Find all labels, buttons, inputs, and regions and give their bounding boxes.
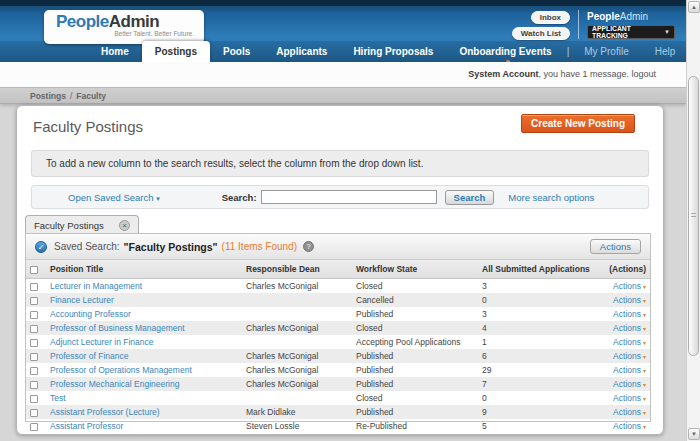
nav-item-help[interactable]: Help	[642, 41, 686, 62]
row-actions-link[interactable]: Actions▾	[613, 365, 646, 375]
breadcrumb-postings[interactable]: Postings	[30, 91, 66, 101]
posting-title-link[interactable]: Professor of Business Management	[50, 323, 185, 333]
posting-title-link[interactable]: Finance Lecturer	[50, 295, 114, 305]
apps-cell: 6	[478, 349, 594, 363]
app-header: PeopleAdmin Better Talent. Better Future…	[0, 0, 686, 62]
posting-title-link[interactable]: Adjunct Lecturer in Finance	[50, 337, 153, 347]
logout-link[interactable]: logout	[631, 69, 656, 79]
row-actions-link[interactable]: Actions▾	[613, 393, 646, 403]
tab-label: Faculty Postings	[34, 220, 104, 231]
nav-item-my-profile[interactable]: My Profile	[571, 41, 641, 62]
product-dropdown[interactable]: APPLICANT TRACKING ▼	[587, 25, 675, 39]
table-row: Assistant Professor Steven Lossle Re-Pub…	[26, 419, 650, 433]
dean-cell	[242, 293, 352, 307]
apps-cell: 9	[478, 405, 594, 419]
table-row: Adjunct Lecturer in Finance Accepting Po…	[26, 335, 650, 349]
dean-cell	[242, 391, 352, 405]
scrollbar-grip	[691, 213, 696, 219]
row-checkbox[interactable]	[30, 367, 38, 375]
nav-item-applicants[interactable]: Applicants	[263, 41, 340, 62]
posting-title-link[interactable]: Assistant Professor (Lecture)	[50, 407, 160, 417]
posting-title-link[interactable]: Professor of Operations Management	[50, 365, 192, 375]
posting-title-link[interactable]: Lecturer in Management	[50, 281, 142, 291]
posting-title-link[interactable]: Assistant Professor	[50, 421, 123, 431]
row-actions-link[interactable]: Actions▾	[613, 407, 646, 417]
saved-search-count: (11 Items Found)	[222, 241, 297, 252]
row-actions-link[interactable]: Actions▾	[613, 351, 646, 361]
state-cell: Closed	[352, 321, 478, 335]
dean-cell: Steven Lossle	[242, 419, 352, 433]
search-bar: Open Saved Search ▾ Search: Search More …	[31, 185, 649, 209]
dean-cell	[242, 307, 352, 321]
more-search-options-link[interactable]: More search options	[508, 192, 594, 203]
saved-search-check-icon: ✓	[35, 241, 47, 253]
row-checkbox[interactable]	[30, 283, 38, 291]
state-cell: Published	[352, 363, 478, 377]
row-checkbox[interactable]	[30, 297, 38, 305]
chevron-down-icon: ▾	[643, 368, 646, 374]
dean-cell: Charles McGonigal	[242, 363, 352, 377]
nav-item-hiring-proposals[interactable]: Hiring Proposals	[340, 41, 446, 62]
main-nav: Home Postings Pools Applicants Hiring Pr…	[88, 41, 686, 62]
row-actions-link[interactable]: Actions▾	[613, 379, 646, 389]
scrollbar-thumb[interactable]	[688, 76, 699, 356]
chevron-down-icon: ▾	[643, 396, 646, 402]
posting-title-link[interactable]: Professor of Finance	[50, 351, 128, 361]
row-actions-link[interactable]: Actions▾	[613, 421, 646, 431]
row-actions-link[interactable]: Actions▾	[613, 281, 646, 291]
scroll-up-icon[interactable]: ▲	[688, 1, 700, 13]
brand-text: PeopleAdmin	[587, 11, 648, 22]
table-row: Assistant Professor (Lecture) Mark Didla…	[26, 405, 650, 419]
select-all-checkbox[interactable]	[30, 266, 38, 274]
posting-title-link[interactable]: Accounting Professor	[50, 309, 131, 319]
breadcrumb: Postings/Faculty	[0, 87, 686, 104]
apps-cell: 5	[478, 419, 594, 433]
posting-title-link[interactable]: Test	[50, 393, 66, 403]
scroll-down-icon[interactable]: ▼	[688, 428, 700, 440]
dean-cell: Charles McGonigal	[242, 321, 352, 335]
table-row: Professor Mechanical Engineering Charles…	[26, 377, 650, 391]
tab-close-icon[interactable]: ×	[119, 220, 130, 231]
inbox-button[interactable]: Inbox	[531, 11, 570, 24]
nav-item-postings[interactable]: Postings	[142, 41, 210, 62]
row-checkbox[interactable]	[30, 325, 38, 333]
tab-faculty-postings[interactable]: Faculty Postings ×	[25, 215, 139, 234]
row-checkbox[interactable]	[30, 311, 38, 319]
col-submitted-applications: All Submitted Applications	[478, 260, 594, 279]
state-cell: Published	[352, 307, 478, 321]
apps-cell: 0	[478, 293, 594, 307]
table-row: Lecturer in Management Charles McGonigal…	[26, 279, 650, 294]
state-cell: Published	[352, 349, 478, 363]
nav-item-onboarding-events[interactable]: Onboarding Events	[446, 41, 564, 62]
apps-cell: 3	[478, 279, 594, 294]
search-input[interactable]	[261, 190, 437, 204]
row-checkbox[interactable]	[30, 395, 38, 403]
row-checkbox[interactable]	[30, 423, 38, 431]
chevron-down-icon: ▾	[643, 340, 646, 346]
row-actions-link[interactable]: Actions▾	[613, 295, 646, 305]
row-checkbox[interactable]	[30, 339, 38, 347]
help-icon[interactable]: ?	[303, 241, 314, 252]
watch-list-button[interactable]: Watch List	[512, 27, 570, 40]
row-checkbox[interactable]	[30, 409, 38, 417]
main-panel: Faculty Postings Create New Posting To a…	[16, 105, 664, 435]
create-new-posting-button[interactable]: Create New Posting	[521, 114, 635, 133]
apps-cell: 7	[478, 377, 594, 391]
row-checkbox[interactable]	[30, 353, 38, 361]
dean-cell	[242, 335, 352, 349]
row-actions-link[interactable]: Actions▾	[613, 323, 646, 333]
nav-item-pools[interactable]: Pools	[210, 41, 263, 62]
chevron-down-icon: ▾	[643, 382, 646, 388]
vertical-scrollbar[interactable]: ▲ ▼	[686, 0, 700, 441]
table-row: Finance Lecturer Cancelled 0 Actions▾	[26, 293, 650, 307]
col-position-title: Position Title	[46, 260, 242, 279]
nav-item-home[interactable]: Home	[88, 41, 142, 62]
posting-title-link[interactable]: Professor Mechanical Engineering	[50, 379, 179, 389]
row-checkbox[interactable]	[30, 381, 38, 389]
bulk-actions-button[interactable]: Actions	[590, 239, 641, 254]
open-saved-search-link[interactable]: Open Saved Search ▾	[68, 192, 160, 203]
row-actions-link[interactable]: Actions▾	[613, 337, 646, 347]
table-row: Test Closed 0 Actions▾	[26, 391, 650, 405]
row-actions-link[interactable]: Actions▾	[613, 309, 646, 319]
search-button[interactable]: Search	[445, 190, 495, 205]
